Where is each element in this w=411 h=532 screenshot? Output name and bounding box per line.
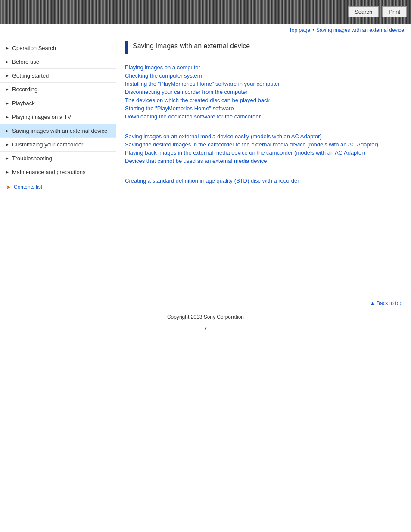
sidebar-item-operation-search[interactable]: ► Operation Search — [0, 41, 116, 55]
chevron-right-icon: ► — [5, 87, 9, 92]
link-creating-std-disc[interactable]: Creating a standard definition image qua… — [125, 177, 402, 185]
contents-list-link[interactable]: ➤ Contents list — [0, 179, 116, 195]
link-devices-created-disc[interactable]: The devices on which the created disc ca… — [125, 96, 402, 104]
computer-links-group: Playing images on a computer Checking th… — [125, 63, 402, 121]
sidebar: ► Operation Search ► Before use ► Gettin… — [0, 37, 116, 296]
chevron-right-icon: ► — [5, 73, 9, 78]
breadcrumb: Top page > Saving images with an externa… — [0, 24, 411, 37]
sidebar-item-label: Operation Search — [12, 45, 111, 51]
footer: ▲ Back to top — [0, 296, 411, 311]
chevron-right-icon: ► — [5, 46, 9, 50]
sidebar-item-playback[interactable]: ► Playback — [0, 96, 116, 110]
sidebar-item-recording[interactable]: ► Recording — [0, 83, 116, 96]
link-starting-playmemories[interactable]: Starting the "PlayMemories Home" softwar… — [125, 104, 402, 112]
divider-2 — [125, 172, 402, 172]
page-number: 7 — [0, 322, 411, 335]
sidebar-item-label: Playback — [12, 100, 111, 106]
sidebar-item-saving-images-external[interactable]: ► Saving images with an external device — [0, 124, 116, 138]
link-installing-playmemories[interactable]: Installing the "PlayMemories Home" softw… — [125, 80, 402, 88]
sidebar-item-maintenance-precautions[interactable]: ► Maintenance and precautions — [0, 165, 116, 179]
content-area: Saving images with an external device Pl… — [116, 37, 411, 296]
divider-1 — [125, 128, 402, 128]
copyright-text: Copyright 2013 Sony Corporation — [0, 311, 411, 322]
sidebar-item-playing-images-tv[interactable]: ► Playing images on a TV — [0, 110, 116, 124]
sidebar-item-label: Recording — [12, 86, 111, 93]
sidebar-item-label: Before use — [12, 59, 111, 65]
link-checking-computer-system[interactable]: Checking the computer system — [125, 72, 402, 80]
page-title: Saving images with an external device — [133, 41, 250, 54]
link-downloading-dedicated-software[interactable]: Downloading the dedicated software for t… — [125, 112, 402, 121]
chevron-right-icon: ► — [5, 101, 9, 106]
link-playing-back-external[interactable]: Playing back images in the external medi… — [125, 149, 402, 157]
breadcrumb-current-link[interactable]: Saving images with an external device — [316, 27, 404, 33]
sidebar-item-label: Getting started — [12, 72, 111, 79]
header: Search Print — [0, 0, 411, 24]
chevron-right-icon: ► — [5, 170, 9, 174]
link-devices-cannot-be-used[interactable]: Devices that cannot be used as an extern… — [125, 157, 402, 165]
contents-list-label: Contents list — [14, 184, 42, 190]
chevron-right-icon: ► — [5, 59, 9, 64]
sidebar-item-label: Maintenance and precautions — [12, 169, 111, 175]
chevron-right-icon: ► — [5, 115, 9, 119]
sidebar-item-label: Customizing your camcorder — [12, 141, 111, 148]
search-button[interactable]: Search — [348, 6, 379, 17]
arrow-right-icon: ➤ — [6, 184, 11, 190]
link-playing-images-computer[interactable]: Playing images on a computer — [125, 63, 402, 72]
breadcrumb-top-link[interactable]: Top page — [289, 27, 310, 33]
breadcrumb-separator: > — [312, 27, 316, 33]
sidebar-item-label: Playing images on a TV — [12, 114, 111, 120]
sidebar-item-label: Saving images with an external device — [12, 128, 111, 134]
sidebar-item-label: Troubleshooting — [12, 155, 111, 162]
section-title-bar: Saving images with an external device — [125, 41, 402, 56]
print-button[interactable]: Print — [382, 6, 407, 17]
chevron-right-icon: ► — [5, 128, 9, 133]
link-saving-desired-images[interactable]: Saving the desired images in the camcord… — [125, 140, 402, 149]
sidebar-item-customizing-camcorder[interactable]: ► Customizing your camcorder — [0, 138, 116, 152]
blue-bar-decoration — [125, 41, 128, 54]
sidebar-item-getting-started[interactable]: ► Getting started — [0, 69, 116, 83]
sidebar-item-troubleshooting[interactable]: ► Troubleshooting — [0, 152, 116, 165]
chevron-right-icon: ► — [5, 142, 9, 147]
external-media-links-group: Saving images on an external media devic… — [125, 132, 402, 165]
disc-links-group: Creating a standard definition image qua… — [125, 177, 402, 185]
sidebar-item-before-use[interactable]: ► Before use — [0, 55, 116, 69]
back-to-top-link[interactable]: ▲ Back to top — [370, 300, 402, 306]
main-layout: ► Operation Search ► Before use ► Gettin… — [0, 37, 411, 296]
link-saving-external-easily[interactable]: Saving images on an external media devic… — [125, 132, 402, 140]
link-disconnecting-camcorder[interactable]: Disconnecting your camcorder from the co… — [125, 88, 402, 96]
chevron-right-icon: ► — [5, 156, 9, 161]
